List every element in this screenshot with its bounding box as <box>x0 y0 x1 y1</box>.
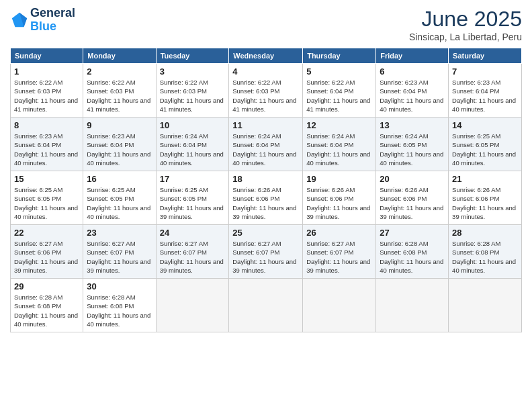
day-info: Sunrise: 6:28 AM Sunset: 6:08 PM Dayligh… <box>452 239 518 275</box>
logo: General Blue <box>10 7 75 34</box>
sunset-label: Sunset: 6:05 PM <box>87 195 134 202</box>
daylight-label: Daylight: 11 hours and 39 minutes. <box>306 258 370 274</box>
daylight-label: Daylight: 11 hours and 40 minutes. <box>306 150 370 167</box>
day-number: 26 <box>306 228 372 238</box>
calendar-week-row: 8 Sunrise: 6:23 AM Sunset: 6:04 PM Dayli… <box>11 118 522 171</box>
calendar-week-row: 1 Sunrise: 6:22 AM Sunset: 6:03 PM Dayli… <box>11 64 522 118</box>
calendar-cell: 24 Sunrise: 6:27 AM Sunset: 6:07 PM Dayl… <box>156 225 229 279</box>
daylight-label: Daylight: 11 hours and 41 minutes. <box>87 97 150 113</box>
calendar-cell: 6 Sunrise: 6:23 AM Sunset: 6:04 PM Dayli… <box>376 64 449 118</box>
header-wednesday: Wednesday <box>229 48 303 64</box>
day-number: 22 <box>14 228 79 238</box>
daylight-label: Daylight: 11 hours and 39 minutes. <box>232 258 296 274</box>
day-info: Sunrise: 6:25 AM Sunset: 6:05 PM Dayligh… <box>87 185 152 221</box>
sunrise-label: Sunrise: 6:28 AM <box>87 293 135 301</box>
day-number: 7 <box>452 66 518 77</box>
day-info: Sunrise: 6:27 AM Sunset: 6:07 PM Dayligh… <box>232 239 299 275</box>
day-number: 11 <box>232 120 299 130</box>
calendar-cell: 19 Sunrise: 6:26 AM Sunset: 6:06 PM Dayl… <box>303 171 376 225</box>
sunset-label: Sunset: 6:06 PM <box>306 195 353 202</box>
sunrise-label: Sunrise: 6:22 AM <box>87 79 135 86</box>
day-number: 28 <box>452 228 518 238</box>
day-info: Sunrise: 6:22 AM Sunset: 6:03 PM Dayligh… <box>87 78 152 113</box>
calendar-cell: 17 Sunrise: 6:25 AM Sunset: 6:05 PM Dayl… <box>156 171 229 225</box>
calendar-cell: 28 Sunrise: 6:28 AM Sunset: 6:08 PM Dayl… <box>449 225 522 279</box>
day-info: Sunrise: 6:26 AM Sunset: 6:06 PM Dayligh… <box>380 185 445 221</box>
sunset-label: Sunset: 6:06 PM <box>452 195 499 202</box>
sunset-label: Sunset: 6:05 PM <box>14 195 61 202</box>
header: General Blue June 2025 Sinsicap, La Libe… <box>10 7 522 42</box>
sunrise-label: Sunrise: 6:24 AM <box>160 132 208 140</box>
day-info: Sunrise: 6:23 AM Sunset: 6:04 PM Dayligh… <box>380 78 445 113</box>
sunset-label: Sunset: 6:06 PM <box>380 195 427 202</box>
day-info: Sunrise: 6:23 AM Sunset: 6:04 PM Dayligh… <box>14 132 79 167</box>
calendar-cell: 5 Sunrise: 6:22 AM Sunset: 6:04 PM Dayli… <box>303 64 376 118</box>
sunrise-label: Sunrise: 6:26 AM <box>452 186 500 193</box>
day-number: 23 <box>87 228 152 238</box>
logo-icon <box>10 11 29 30</box>
sunset-label: Sunset: 6:05 PM <box>452 141 499 148</box>
calendar-cell: 3 Sunrise: 6:22 AM Sunset: 6:03 PM Dayli… <box>156 64 229 118</box>
calendar-cell <box>156 279 229 332</box>
day-info: Sunrise: 6:26 AM Sunset: 6:06 PM Dayligh… <box>232 185 299 221</box>
day-number: 24 <box>160 228 226 238</box>
calendar-table: Sunday Monday Tuesday Wednesday Thursday… <box>10 48 522 332</box>
sunrise-label: Sunrise: 6:27 AM <box>306 240 355 247</box>
day-number: 9 <box>87 120 152 130</box>
header-monday: Monday <box>83 48 156 64</box>
sunset-label: Sunset: 6:07 PM <box>232 248 279 256</box>
daylight-label: Daylight: 11 hours and 39 minutes. <box>232 204 296 220</box>
day-info: Sunrise: 6:22 AM Sunset: 6:03 PM Dayligh… <box>232 78 299 113</box>
daylight-label: Daylight: 11 hours and 40 minutes. <box>380 258 443 274</box>
sunrise-label: Sunrise: 6:28 AM <box>452 240 500 247</box>
page: General Blue June 2025 Sinsicap, La Libe… <box>0 0 532 411</box>
sunset-label: Sunset: 6:04 PM <box>306 141 353 148</box>
calendar-cell: 12 Sunrise: 6:24 AM Sunset: 6:04 PM Dayl… <box>303 118 376 171</box>
daylight-label: Daylight: 11 hours and 40 minutes. <box>160 150 224 167</box>
logo-text: General Blue <box>30 7 75 34</box>
calendar-cell: 7 Sunrise: 6:23 AM Sunset: 6:04 PM Dayli… <box>449 64 522 118</box>
sunset-label: Sunset: 6:08 PM <box>452 248 499 256</box>
calendar-cell: 23 Sunrise: 6:27 AM Sunset: 6:07 PM Dayl… <box>83 225 156 279</box>
sunset-label: Sunset: 6:05 PM <box>160 195 207 202</box>
day-number: 1 <box>14 66 79 77</box>
day-number: 29 <box>14 281 79 291</box>
day-number: 2 <box>87 66 152 77</box>
day-number: 20 <box>380 174 445 184</box>
day-info: Sunrise: 6:23 AM Sunset: 6:04 PM Dayligh… <box>452 78 518 113</box>
sunset-label: Sunset: 6:04 PM <box>232 141 279 148</box>
daylight-label: Daylight: 11 hours and 40 minutes. <box>87 204 150 220</box>
sunrise-label: Sunrise: 6:27 AM <box>232 240 281 247</box>
daylight-label: Daylight: 11 hours and 39 minutes. <box>160 258 224 274</box>
day-info: Sunrise: 6:27 AM Sunset: 6:07 PM Dayligh… <box>160 239 226 275</box>
header-thursday: Thursday <box>303 48 376 64</box>
day-info: Sunrise: 6:27 AM Sunset: 6:07 PM Dayligh… <box>306 239 372 275</box>
sunrise-label: Sunrise: 6:26 AM <box>380 186 428 193</box>
calendar-cell: 11 Sunrise: 6:24 AM Sunset: 6:04 PM Dayl… <box>229 118 303 171</box>
calendar-cell: 30 Sunrise: 6:28 AM Sunset: 6:08 PM Dayl… <box>83 279 156 332</box>
daylight-label: Daylight: 11 hours and 41 minutes. <box>160 97 224 113</box>
day-number: 13 <box>380 120 445 130</box>
weekday-header-row: Sunday Monday Tuesday Wednesday Thursday… <box>11 48 522 64</box>
calendar-cell: 1 Sunrise: 6:22 AM Sunset: 6:03 PM Dayli… <box>11 64 83 118</box>
daylight-label: Daylight: 11 hours and 39 minutes. <box>87 258 150 274</box>
sunset-label: Sunset: 6:03 PM <box>87 87 134 95</box>
calendar-cell <box>449 279 522 332</box>
day-info: Sunrise: 6:24 AM Sunset: 6:04 PM Dayligh… <box>232 132 299 167</box>
day-number: 18 <box>232 174 299 184</box>
sunrise-label: Sunrise: 6:24 AM <box>306 132 355 140</box>
daylight-label: Daylight: 11 hours and 40 minutes. <box>232 150 296 167</box>
daylight-label: Daylight: 11 hours and 40 minutes. <box>14 312 78 328</box>
daylight-label: Daylight: 11 hours and 39 minutes. <box>452 204 516 220</box>
calendar-week-row: 15 Sunrise: 6:25 AM Sunset: 6:05 PM Dayl… <box>11 171 522 225</box>
sunset-label: Sunset: 6:07 PM <box>306 248 353 256</box>
sunset-label: Sunset: 6:04 PM <box>160 141 207 148</box>
day-number: 8 <box>14 120 79 130</box>
sunset-label: Sunset: 6:04 PM <box>452 87 499 95</box>
day-info: Sunrise: 6:22 AM Sunset: 6:03 PM Dayligh… <box>14 78 79 113</box>
sunset-label: Sunset: 6:08 PM <box>380 248 427 256</box>
sunset-label: Sunset: 6:07 PM <box>160 248 207 256</box>
day-number: 5 <box>306 66 372 77</box>
daylight-label: Daylight: 11 hours and 40 minutes. <box>452 258 516 274</box>
day-info: Sunrise: 6:23 AM Sunset: 6:04 PM Dayligh… <box>87 132 152 167</box>
